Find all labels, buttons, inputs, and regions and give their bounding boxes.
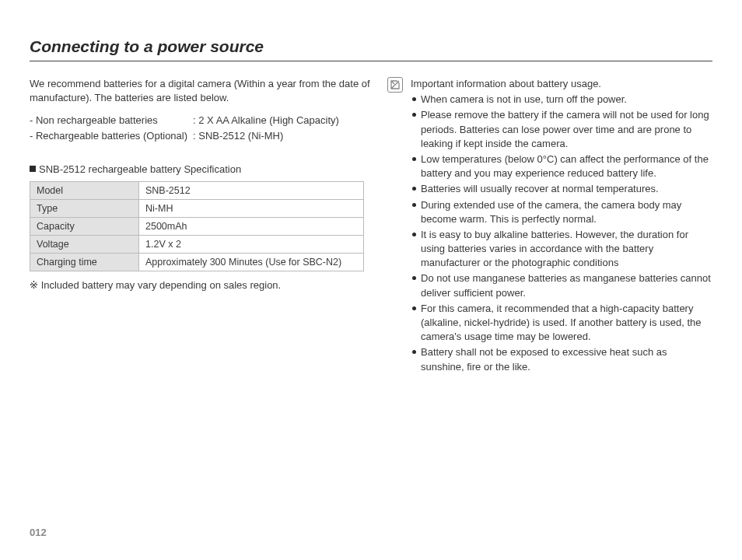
spec-heading-text: SNB-2512 rechargeable battery Specificat… (39, 163, 241, 175)
page-title: Connecting to a power source (30, 37, 712, 61)
reference-mark-icon: ※ (30, 279, 38, 291)
spec-value: Approximately 300 Minutes (Use for SBC-N… (139, 254, 364, 271)
table-row: Capacity 2500mAh (30, 218, 364, 236)
list-item: Do not use manganese batteries as mangan… (411, 271, 712, 299)
list-item: Please remove the battery if the camera … (411, 108, 712, 151)
info-title: Important information about battery usag… (411, 77, 712, 91)
battery-type-value: : SNB-2512 (Ni-MH) (193, 128, 283, 144)
page-number: 012 (30, 527, 47, 538)
battery-type-label: - Non rechargeable batteries (30, 113, 193, 128)
spec-label: Capacity (30, 218, 139, 236)
info-block: Important information about battery usag… (411, 77, 712, 376)
battery-type-row: - Rechargeable batteries (Optional) : SN… (30, 128, 372, 144)
info-bullet-list: When camera is not in use, turn off the … (411, 93, 712, 374)
table-row: Model SNB-2512 (30, 182, 364, 200)
table-row: Type Ni-MH (30, 200, 364, 218)
right-column: Important information about battery usag… (387, 77, 712, 376)
spec-heading: SNB-2512 rechargeable battery Specificat… (30, 163, 372, 175)
note-icon (387, 77, 404, 376)
battery-type-list: - Non rechargeable batteries : 2 X AA Al… (30, 113, 372, 143)
spec-label: Model (30, 182, 139, 200)
footnote: ※ Included battery may vary depending on… (30, 279, 372, 291)
battery-type-label: - Rechargeable batteries (Optional) (30, 128, 193, 144)
spec-value: 1.2V x 2 (139, 236, 364, 254)
footnote-text: Included battery may vary depending on s… (41, 279, 282, 291)
spec-table: Model SNB-2512 Type Ni-MH Capacity 2500m… (30, 181, 364, 271)
list-item: For this camera, it recommended that a h… (411, 302, 712, 345)
list-item: It is easy to buy alkaline batteries. Ho… (411, 228, 712, 271)
table-row: Charging time Approximately 300 Minutes … (30, 254, 364, 271)
table-row: Voltage 1.2V x 2 (30, 236, 364, 254)
spec-value: SNB-2512 (139, 182, 364, 200)
list-item: Battery shall not be exposed to excessiv… (411, 345, 712, 373)
list-item: During extended use of the camera, the c… (411, 198, 712, 226)
content-columns: We recommend batteries for a digital cam… (30, 77, 712, 376)
battery-type-value: : 2 X AA Alkaline (High Capacity) (193, 113, 339, 128)
square-bullet-icon (30, 166, 36, 172)
spec-value: Ni-MH (139, 200, 364, 218)
list-item: Low temperatures (below 0°C) can affect … (411, 152, 712, 180)
spec-value: 2500mAh (139, 218, 364, 236)
list-item: Batteries will usually recover at normal… (411, 182, 712, 196)
intro-text: We recommend batteries for a digital cam… (30, 77, 372, 105)
spec-label: Voltage (30, 236, 139, 254)
left-column: We recommend batteries for a digital cam… (30, 77, 372, 376)
list-item: When camera is not in use, turn off the … (411, 93, 712, 107)
battery-type-row: - Non rechargeable batteries : 2 X AA Al… (30, 113, 372, 128)
spec-label: Type (30, 200, 139, 218)
spec-label: Charging time (30, 254, 139, 271)
